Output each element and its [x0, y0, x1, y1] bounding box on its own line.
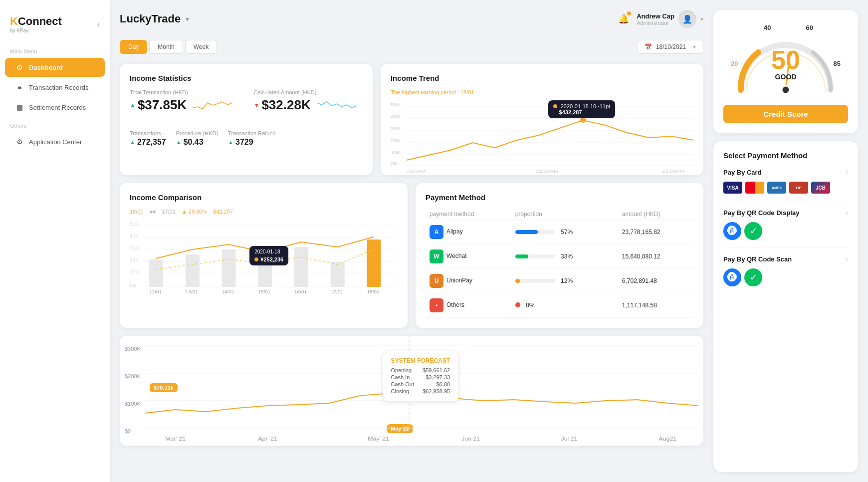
filter-day-btn[interactable]: Day [120, 40, 147, 54]
chevron-right-icon-3: › [846, 254, 848, 263]
unionpay-icon: UP [789, 182, 808, 194]
payment-name-text: Others [446, 301, 464, 308]
comparison-title: Income Comparison [130, 193, 398, 202]
title-dropdown-icon[interactable]: ▾ [186, 15, 189, 23]
wechat-display-icon: ✓ [744, 222, 762, 240]
payment-logo-icon: A [430, 225, 443, 239]
credit-score-btn[interactable]: Credit Score [723, 105, 848, 123]
payment-amount: 15,640,080.12 [618, 244, 693, 269]
svg-rect-30 [222, 249, 236, 287]
user-role: Administrator [637, 20, 674, 26]
tooltip-dot [553, 104, 557, 108]
cashout-value: $0.00 [436, 381, 450, 387]
user-info[interactable]: Andrew Cap Administrator 👤 ▾ [637, 10, 703, 28]
filter-week-btn[interactable]: Week [185, 40, 217, 54]
avatar: 👤 [678, 10, 696, 28]
cashin-value: $3,297.33 [426, 374, 450, 380]
forecast-tooltip: SYSTEM FORECAST Opening $59,661.62 Cash … [383, 351, 459, 402]
tooltip-value: $432,287 [559, 109, 582, 115]
svg-text:30K: 30K [391, 126, 401, 131]
qr-display-icons: 🅐 ✓ [723, 222, 848, 240]
qr-scan-icons: 🅐 ✓ [723, 268, 848, 286]
svg-text:Mar' 21: Mar' 21 [165, 436, 186, 442]
svg-text:10K: 10K [391, 150, 401, 155]
credit-score-label: GOOD [771, 73, 800, 81]
sidebar-item-settlement-records[interactable]: ▤ Settlement Records [5, 98, 105, 117]
table-row: WWechat 33%15,640,080.12 [426, 244, 693, 269]
cashout-label: Cash Out [391, 381, 414, 387]
visa-icon: VISA [723, 182, 742, 194]
col-proportion: proportion [511, 209, 618, 220]
svg-text:17/01: 17/01 [331, 289, 343, 294]
transaction-refund-value: ▲ 3729 [228, 138, 276, 147]
user-dropdown-icon[interactable]: ▾ [700, 15, 703, 22]
svg-rect-28 [149, 259, 163, 287]
sidebar-collapse-btn[interactable]: ‹ [97, 20, 100, 29]
notification-btn[interactable]: 🔔 [618, 13, 629, 24]
sidebar-item-label: Dashboard [29, 64, 63, 71]
pay-by-qr-display-header[interactable]: Pay By QR Code Display › [723, 208, 848, 217]
date-value: 18/10/2021 [656, 43, 686, 50]
procedure-value: ▲ $0.43 [176, 138, 218, 147]
payment-name-cell: UUnionPay [426, 269, 511, 293]
payment-proportion: 8% [524, 302, 535, 309]
table-row: •Others 8%1,117,148.58 [426, 293, 693, 318]
payment-dot [515, 302, 520, 307]
transaction-refund-label: Transaction Refund [228, 130, 276, 136]
forecast-y-label-0: $0 [125, 428, 131, 434]
calculated-amount-label: Calculated Amount (HKD) [253, 89, 362, 95]
notification-badge [627, 11, 631, 15]
header: LuckyTrade ▾ 🔔 Andrew Cap Administrator … [120, 10, 703, 32]
income-trend-title: Income Trend [391, 74, 693, 82]
payment-amount: 23,778,165.82 [618, 220, 693, 244]
svg-text:13/01: 13/01 [186, 289, 198, 294]
svg-text:23:59PM: 23:59PM [662, 169, 685, 174]
svg-text:10K: 10K [130, 269, 139, 274]
forecast-tooltip-title: SYSTEM FORECAST [391, 357, 450, 364]
payment-proportion: 12% [559, 277, 573, 284]
forecast-cashout-row: Cash Out $0.00 [391, 381, 450, 387]
payment-select-title: Select Payment Method [723, 151, 848, 160]
card-icons: VISA AMEX UP JCB [723, 182, 848, 194]
gauge-label-60: 60 [806, 24, 813, 31]
svg-text:30K: 30K [130, 245, 139, 250]
closing-label: Closing [391, 388, 410, 394]
progress-bar-wrap [515, 230, 555, 234]
calendar-icon: 📅 [645, 43, 652, 50]
total-transaction-label: Total Transaction (HKD) [130, 89, 238, 95]
comparison-tooltip: 2020-01-18 ¥252,236 [249, 246, 288, 265]
page-title: LuckyTrade [120, 12, 181, 25]
filter-month-btn[interactable]: Month [149, 40, 183, 54]
progress-bar-wrap [515, 254, 555, 258]
forecast-cashin-row: Cash In $3,297.33 [391, 374, 450, 380]
pay-by-qr-display-row: Pay By QR Code Display › 🅐 ✓ [723, 208, 848, 247]
svg-text:12:00AM: 12:00AM [536, 169, 559, 174]
table-row: UUnionPay 12%6,702,891.48 [426, 269, 693, 293]
svg-text:Jun 21: Jun 21 [461, 436, 480, 442]
payment-amount: 1,117,148.58 [618, 293, 693, 318]
calculated-amount-chart [317, 98, 357, 113]
forecast-opening-row: Opening $59,661.62 [391, 367, 450, 373]
income-trend-chart: 50K 40K 30K 20K 10K 0K [391, 100, 693, 165]
others-label: Others [0, 118, 110, 131]
payment-select-card: Select Payment Method Pay By Card › VISA… [713, 141, 858, 472]
date-dropdown-icon: ▾ [693, 43, 696, 50]
sidebar-item-transaction-records[interactable]: ≡ Transaction Records [5, 78, 105, 97]
payment-amount: 6,702,891.48 [618, 269, 693, 293]
sidebar-item-application-center[interactable]: ⚙ Application Center [5, 132, 105, 151]
sidebar-item-label: Transaction Records [29, 84, 88, 91]
header-right: 🔔 Andrew Cap Administrator 👤 ▾ [618, 10, 703, 28]
gauge-score: 50 GOOD [771, 47, 800, 81]
gauge-label-40: 40 [764, 24, 771, 31]
sidebar-item-dashboard[interactable]: ⊙ Dashboard [5, 58, 105, 77]
date-picker[interactable]: 📅 18/10/2021 ▾ [637, 40, 703, 54]
pay-by-card-header[interactable]: Pay By Card › [723, 168, 848, 177]
jcb-icon: JCB [811, 182, 830, 194]
comparison-tooltip-value: ¥252,236 [260, 256, 283, 262]
pay-by-qr-display-name: Pay By QR Code Display [723, 209, 799, 217]
alipay-scan-icon: 🅐 [723, 268, 741, 286]
dashboard-icon: ⊙ [15, 63, 24, 72]
comparison-chart: 50K 40K 30K 20K 10K 0K [130, 220, 398, 294]
payment-method-title: Payment Method [426, 193, 693, 202]
pay-by-qr-scan-header[interactable]: Pay By QR Code Scan › [723, 254, 848, 263]
